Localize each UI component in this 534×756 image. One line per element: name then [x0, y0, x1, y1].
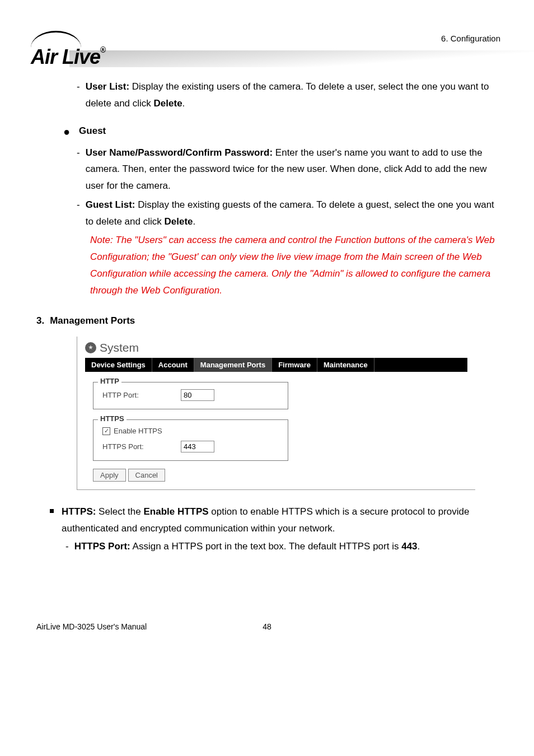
- cancel-button[interactable]: Cancel: [128, 469, 165, 482]
- https-port-label: HTTPS Port:: [102, 442, 175, 451]
- heading-management-ports: 3. Management Ports: [36, 315, 498, 326]
- http-port-label: HTTP Port:: [102, 391, 175, 399]
- logo-registered: ®: [100, 45, 105, 54]
- footer-page: 48: [239, 622, 295, 631]
- tab-device-settings[interactable]: Device Settings: [85, 358, 152, 372]
- guest-item-1: - User Name/Password/Confirm Password: E…: [77, 144, 498, 194]
- system-title-row: System: [85, 341, 467, 354]
- bullet-icon: [50, 509, 54, 513]
- system-icon: [85, 342, 96, 353]
- delete-bold: Delete: [154, 98, 182, 109]
- http-port-input[interactable]: [181, 389, 214, 401]
- system-screenshot: System Device Settings Account Managemen…: [77, 337, 475, 490]
- https-port-label-text: HTTPS Port:: [74, 541, 130, 552]
- user-list-label: User List:: [86, 81, 129, 92]
- http-fieldset: HTTP HTTP Port:: [93, 382, 288, 409]
- guest-item2-text: Display the existing guests of the camer…: [86, 199, 494, 227]
- http-legend: HTTP: [98, 377, 121, 385]
- page-footer: AirLive MD-3025 User's Manual 48: [0, 622, 534, 631]
- https-port-val: 443: [401, 541, 417, 552]
- https-port-input[interactable]: [181, 441, 214, 452]
- tabs-bar: Device Settings Account Management Ports…: [85, 358, 467, 372]
- logo-text: Air Live: [31, 45, 100, 68]
- guest-heading: ● Guest: [63, 123, 498, 140]
- guest-item2-label: Guest List:: [86, 199, 135, 210]
- logo: Air Live®: [31, 31, 126, 69]
- breadcrumb: 6. Configuration: [441, 34, 500, 43]
- https-description-row: HTTPS: Select the Enable HTTPS option to…: [50, 503, 498, 537]
- guest-delete-bold: Delete: [164, 216, 193, 227]
- enable-https-label: Enable HTTPS: [114, 427, 162, 435]
- https-port-row: - HTTPS Port: Assign a HTTPS port in the…: [65, 538, 498, 555]
- https-fieldset: HTTPS ✓ Enable HTTPS HTTPS Port:: [93, 419, 288, 461]
- enable-https-checkbox[interactable]: ✓: [102, 427, 110, 435]
- guest-item-2: - Guest List: Display the existing guest…: [77, 197, 498, 230]
- tab-firmware[interactable]: Firmware: [272, 358, 317, 372]
- https-label: HTTPS:: [62, 506, 96, 517]
- bullet-icon: ●: [63, 123, 70, 140]
- guest-item1-label: User Name/Password/Confirm Password:: [86, 147, 273, 158]
- user-list-text: Display the existing users of the camera…: [86, 81, 489, 109]
- note-text: Note: The "Users" can access the camera …: [90, 232, 498, 298]
- system-title: System: [100, 341, 139, 354]
- user-list-item: - User List: Display the existing users …: [77, 78, 498, 112]
- guest-label: Guest: [79, 125, 106, 136]
- tab-account[interactable]: Account: [152, 358, 194, 372]
- tab-maintenance[interactable]: Maintenance: [317, 358, 374, 372]
- enable-https-bold: Enable HTTPS: [143, 506, 208, 517]
- tab-management-ports[interactable]: Management Ports: [194, 358, 272, 372]
- header-banner: [69, 50, 534, 67]
- https-legend: HTTPS: [98, 414, 127, 423]
- footer-manual: AirLive MD-3025 User's Manual: [36, 622, 239, 631]
- page-header: 6. Configuration Air Live®: [0, 0, 534, 73]
- apply-button[interactable]: Apply: [93, 469, 126, 482]
